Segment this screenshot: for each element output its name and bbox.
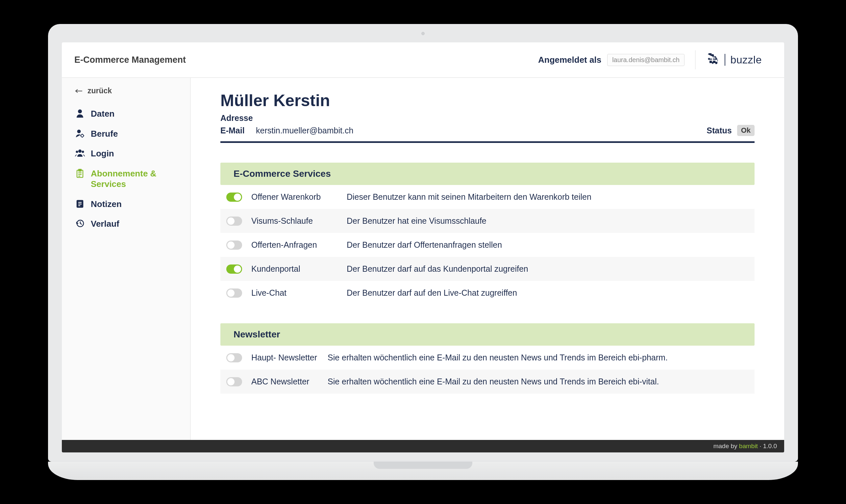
footer-prefix: made by <box>713 443 739 449</box>
user-name: Müller Kerstin <box>220 91 755 110</box>
footer-suffix: · 1.0.0 <box>758 443 777 449</box>
toggle-haupt-newsletter[interactable] <box>226 353 242 362</box>
status-badge: Ok <box>737 125 755 136</box>
laptop-notch <box>374 462 472 469</box>
service-desc: Der Benutzer darf auf das Kundenportal z… <box>347 264 749 274</box>
laptop-camera <box>421 32 425 35</box>
users-icon <box>75 148 85 157</box>
svg-point-9 <box>76 151 78 153</box>
svg-rect-12 <box>79 169 81 171</box>
sidebar-item-login[interactable]: Login <box>71 144 184 164</box>
divider <box>220 141 755 143</box>
brand-logo[interactable]: buzzle <box>695 50 772 69</box>
svg-point-1 <box>78 109 82 113</box>
svg-point-8 <box>78 149 82 153</box>
toggle-kundenportal[interactable] <box>226 265 242 274</box>
section-header-ecommerce: E-Commerce Services <box>220 163 755 185</box>
sidebar-item-berufe[interactable]: Berufe <box>71 124 184 144</box>
status-label: Status <box>707 126 731 136</box>
main-content: Müller Kerstin Adresse E-Mail kerstin.mu… <box>191 78 784 440</box>
toggle-abc-newsletter[interactable] <box>226 377 242 386</box>
newsletter-desc: Sie erhalten wöchentlich eine E-Mail zu … <box>328 353 749 362</box>
toggle-live-chat[interactable] <box>226 288 242 298</box>
service-row-kundenportal: Kundenportal Der Benutzer darf auf das K… <box>220 257 755 281</box>
section-header-newsletter: Newsletter <box>220 323 755 346</box>
app-title: E-Commerce Management <box>74 55 186 65</box>
logo-divider <box>725 54 725 66</box>
newsletter-row-abc: ABC Newsletter Sie erhalten wöchentlich … <box>220 370 755 394</box>
address-label: Adresse <box>220 113 256 123</box>
back-button[interactable]: zurück <box>62 78 190 103</box>
service-desc: Der Benutzer darf Offertenanfragen stell… <box>347 240 749 250</box>
service-row-visums-schlaufe: Visums-Schlaufe Der Benutzer hat eine Vi… <box>220 209 755 233</box>
service-row-offerten-anfragen: Offerten-Anfragen Der Benutzer darf Offe… <box>220 233 755 257</box>
service-name: Offerten-Anfragen <box>251 240 347 250</box>
history-icon <box>75 218 85 228</box>
sidebar: zurück Daten Beru <box>62 78 191 440</box>
laptop-base <box>48 462 798 480</box>
logged-in-email[interactable]: laura.denis@bambit.ch <box>607 54 685 66</box>
app-header: E-Commerce Management Angemeldet als lau… <box>62 42 784 78</box>
note-icon <box>75 199 85 208</box>
logo-text: buzzle <box>730 54 762 66</box>
sidebar-item-verlauf[interactable]: Verlauf <box>71 214 184 234</box>
service-row-live-chat: Live-Chat Der Benutzer darf auf den Live… <box>220 281 755 305</box>
service-name: Live-Chat <box>251 288 347 298</box>
sidebar-item-abonnemente-services[interactable]: Abonnemente & Services <box>71 164 184 194</box>
newsletter-desc: Sie erhalten wöchentlich eine E-Mail zu … <box>328 377 749 386</box>
sidebar-item-notizen[interactable]: Notizen <box>71 194 184 214</box>
email-label: E-Mail <box>220 126 256 136</box>
newsletter-name: ABC Newsletter <box>251 377 328 386</box>
service-desc: Dieser Benutzer kann mit seinen Mitarbei… <box>347 192 749 202</box>
newsletter-name: Haupt- Newsletter <box>251 353 328 362</box>
user-icon <box>75 108 85 118</box>
toggle-offener-warenkorb[interactable] <box>226 193 242 202</box>
back-label: zurück <box>87 86 112 95</box>
logged-in-label: Angemeldet als <box>538 55 601 65</box>
newsletter-row-haupt: Haupt- Newsletter Sie erhalten wöchentli… <box>220 346 755 370</box>
service-name: Offener Warenkorb <box>251 192 347 202</box>
toggle-visums-schlaufe[interactable] <box>226 217 242 226</box>
sidebar-item-daten[interactable]: Daten <box>71 104 184 124</box>
clipboard-icon <box>75 168 85 178</box>
arrow-left-icon <box>75 86 83 95</box>
app-footer: made by bambit · 1.0.0 <box>62 440 784 452</box>
svg-point-10 <box>82 151 84 153</box>
service-desc: Der Benutzer hat eine Visumsschlaufe <box>347 216 749 226</box>
user-gear-icon <box>75 128 85 138</box>
email-value: kerstin.mueller@bambit.ch <box>256 126 353 136</box>
toggle-offerten-anfragen[interactable] <box>226 240 242 250</box>
puzzle-icon <box>708 53 719 66</box>
service-name: Visums-Schlaufe <box>251 216 347 226</box>
footer-brand: bambit <box>739 443 758 449</box>
laptop-frame: E-Commerce Management Angemeldet als lau… <box>48 24 798 480</box>
svg-point-3 <box>81 134 84 137</box>
app-screen: E-Commerce Management Angemeldet als lau… <box>62 42 784 452</box>
service-desc: Der Benutzer darf auf den Live-Chat zugr… <box>347 288 749 298</box>
service-row-offener-warenkorb: Offener Warenkorb Dieser Benutzer kann m… <box>220 185 755 209</box>
svg-point-2 <box>77 129 81 133</box>
service-name: Kundenportal <box>251 264 347 274</box>
